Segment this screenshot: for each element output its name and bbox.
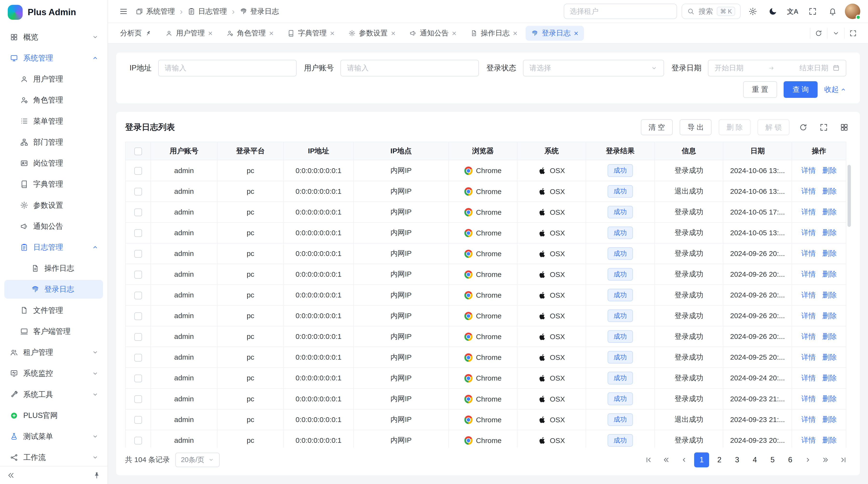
row-checkbox[interactable] — [134, 416, 142, 424]
tab-loginlog[interactable]: 登录日志× — [526, 26, 584, 41]
delete-link[interactable]: 删除 — [823, 394, 837, 402]
sidebar-item-menus[interactable]: 菜单管理 — [4, 112, 103, 131]
sidebar-item-posts[interactable]: 岗位管理 — [4, 154, 103, 172]
delete-link[interactable]: 删除 — [823, 374, 837, 382]
tab-users[interactable]: 用户管理× — [160, 26, 218, 41]
detail-link[interactable]: 详情 — [801, 166, 816, 174]
close-tab-icon[interactable]: × — [574, 29, 579, 37]
sidebar-item-monitor[interactable]: 系统监控 — [4, 364, 103, 383]
close-tab-icon[interactable]: × — [208, 29, 213, 37]
row-checkbox[interactable] — [134, 229, 142, 237]
account-input[interactable] — [340, 60, 479, 76]
reset-button[interactable]: 重 置 — [743, 81, 777, 98]
close-tab-icon[interactable]: × — [269, 29, 274, 37]
tenant-select[interactable] — [564, 4, 677, 19]
sidebar-item-test[interactable]: 测试菜单 — [4, 427, 103, 446]
row-checkbox[interactable] — [134, 292, 142, 299]
date-range-picker[interactable]: 开始日期 结束日期 — [708, 60, 846, 76]
sidebar-item-tenants[interactable]: 租户管理 — [4, 343, 103, 362]
first-page-button[interactable] — [641, 452, 656, 467]
delete-link[interactable]: 删除 — [823, 187, 837, 195]
avatar[interactable] — [845, 4, 860, 19]
row-checkbox[interactable] — [134, 333, 142, 341]
theme-toggle-button[interactable] — [765, 4, 780, 19]
detail-link[interactable]: 详情 — [801, 415, 816, 423]
sidebar-toggle-button[interactable] — [116, 4, 131, 19]
prev-page-button[interactable] — [677, 452, 691, 467]
delete-link[interactable]: 删除 — [823, 436, 837, 444]
table-fullscreen-button[interactable] — [817, 121, 830, 134]
detail-link[interactable]: 详情 — [801, 374, 816, 382]
row-checkbox[interactable] — [134, 167, 142, 175]
row-checkbox[interactable] — [134, 395, 142, 403]
next-page-button[interactable] — [801, 452, 815, 467]
delete-link[interactable]: 删除 — [823, 208, 837, 216]
fullscreen-button[interactable] — [805, 4, 820, 19]
delete-link[interactable]: 删除 — [823, 291, 837, 299]
sidebar-item-tools[interactable]: 系统工具 — [4, 385, 103, 404]
detail-link[interactable]: 详情 — [801, 270, 816, 278]
language-button[interactable]: 文A — [785, 4, 801, 19]
close-tab-icon[interactable]: × — [452, 29, 457, 37]
sidebar-item-logs[interactable]: 日志管理 — [4, 238, 103, 257]
tab-roles[interactable]: 角色管理× — [221, 26, 279, 41]
tab-options-button[interactable] — [827, 28, 844, 39]
refresh-tab-button[interactable] — [810, 28, 827, 39]
page-4-button[interactable]: 4 — [747, 452, 763, 467]
sidebar-item-roles[interactable]: 角色管理 — [4, 91, 103, 109]
query-button[interactable]: 查 询 — [784, 81, 817, 98]
delete-link[interactable]: 删除 — [823, 353, 837, 361]
sidebar-item-files[interactable]: 文件管理 — [4, 301, 103, 320]
prev-5-pages-button[interactable] — [659, 452, 674, 467]
sidebar-item-operlog[interactable]: 操作日志 — [4, 259, 103, 278]
close-tab-icon[interactable]: × — [513, 29, 518, 37]
detail-link[interactable]: 详情 — [801, 249, 816, 257]
tab-params[interactable]: 参数设置× — [343, 26, 401, 41]
tab-notices[interactable]: 通知公告× — [404, 26, 462, 41]
page-5-button[interactable]: 5 — [765, 452, 780, 467]
row-checkbox[interactable] — [134, 208, 142, 216]
table-scrollbar-thumb[interactable] — [847, 165, 851, 227]
breadcrumb-item-loginlog[interactable]: 登录日志 — [240, 6, 279, 17]
row-checkbox[interactable] — [134, 375, 142, 382]
detail-link[interactable]: 详情 — [801, 332, 816, 340]
delete-link[interactable]: 删除 — [823, 270, 837, 278]
ip-input[interactable] — [158, 60, 297, 76]
pin-icon[interactable] — [93, 471, 101, 479]
breadcrumb-item-system[interactable]: 系统管理 — [135, 6, 175, 17]
logo-row[interactable]: Plus Admin — [0, 0, 107, 24]
delete-link[interactable]: 删除 — [823, 415, 837, 423]
next-5-pages-button[interactable] — [818, 452, 833, 467]
notifications-button[interactable] — [825, 4, 840, 19]
sidebar-item-system[interactable]: 系统管理 — [4, 49, 103, 67]
sidebar-item-dicts[interactable]: 字典管理 — [4, 175, 103, 194]
detail-link[interactable]: 详情 — [801, 394, 816, 402]
row-checkbox[interactable] — [134, 354, 142, 361]
collapse-filter-button[interactable]: 收起 — [824, 85, 846, 95]
refresh-table-button[interactable] — [797, 121, 810, 134]
detail-link[interactable]: 详情 — [801, 208, 816, 216]
row-checkbox[interactable] — [134, 312, 142, 320]
sidebar-item-loginlog[interactable]: 登录日志 — [4, 280, 103, 299]
tab-dicts[interactable]: 字典管理× — [282, 26, 340, 41]
delete-link[interactable]: 删除 — [823, 249, 837, 257]
delete-link[interactable]: 删除 — [823, 228, 837, 236]
export-button[interactable]: 导 出 — [680, 119, 712, 135]
page-2-button[interactable]: 2 — [712, 452, 727, 467]
detail-link[interactable]: 详情 — [801, 291, 816, 299]
delete-link[interactable]: 删除 — [823, 312, 837, 320]
sidebar-item-params[interactable]: 参数设置 — [4, 196, 103, 215]
tab-fullscreen-button[interactable] — [844, 28, 861, 39]
clear-button[interactable]: 清 空 — [641, 119, 673, 135]
detail-link[interactable]: 详情 — [801, 228, 816, 236]
last-page-button[interactable] — [836, 452, 851, 467]
close-tab-icon[interactable]: × — [391, 29, 396, 37]
sidebar-item-users[interactable]: 用户管理 — [4, 70, 103, 89]
settings-button[interactable] — [745, 4, 761, 19]
close-tab-icon[interactable]: × — [330, 29, 335, 37]
detail-link[interactable]: 详情 — [801, 312, 816, 320]
detail-link[interactable]: 详情 — [801, 436, 816, 444]
select-all-checkbox[interactable] — [134, 148, 142, 155]
tab-analysis[interactable]: 分析页 — [115, 26, 157, 41]
tab-operlog[interactable]: 操作日志× — [465, 26, 523, 41]
